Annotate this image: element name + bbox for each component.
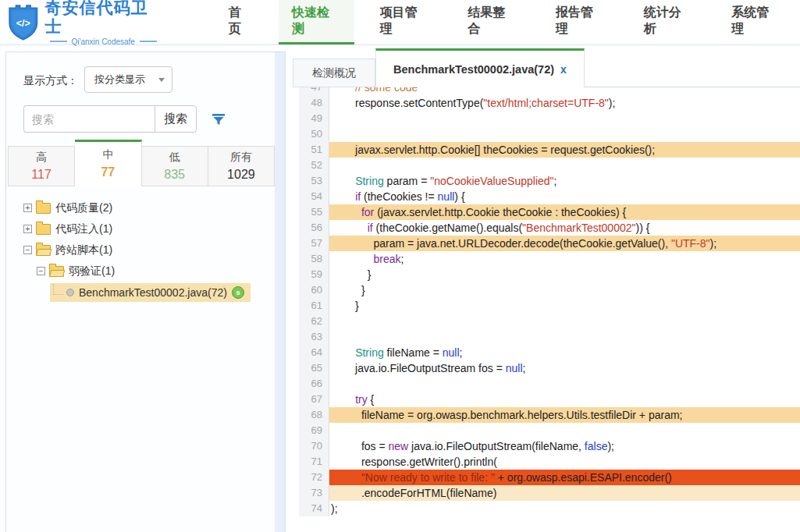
line-number: 52 bbox=[299, 158, 329, 173]
severity-tab-label: 高 bbox=[36, 151, 47, 165]
code-token: fos = bbox=[331, 440, 389, 452]
main-area: 检测概况BenchmarkTest00002.java(72)x 47 // s… bbox=[286, 45, 800, 532]
code-token: ); bbox=[609, 97, 616, 109]
code-line-49: 49 bbox=[299, 111, 800, 126]
code-text: if (theCookies != null) { bbox=[329, 189, 800, 204]
code-line-55[interactable]: 55 for (javax.servlet.http.Cookie theCoo… bbox=[299, 204, 800, 220]
line-number: 69 bbox=[299, 423, 329, 438]
code-token bbox=[331, 206, 361, 218]
doc-tab-overview[interactable]: 检测概况 bbox=[293, 59, 375, 87]
code-text: } bbox=[329, 282, 800, 298]
code-token: (theCookies != bbox=[361, 190, 437, 203]
tree-item-xss[interactable]: −跨站脚本(1) bbox=[6, 239, 275, 261]
code-token: ) { bbox=[454, 190, 464, 203]
code-line-71: 71 response.getWriter().println( bbox=[299, 454, 800, 470]
result-tree: +代码质量(2)+代码注入(1)−跨站脚本(1)−弱验证(1)Benchmark… bbox=[6, 197, 275, 532]
expand-icon[interactable]: + bbox=[23, 225, 32, 233]
search-row: 搜索 bbox=[23, 105, 226, 133]
code-text: "Now ready to write to file: " + org.owa… bbox=[329, 470, 800, 485]
search-input[interactable] bbox=[23, 105, 155, 133]
tree-item-weak-validation[interactable]: −弱验证(1) bbox=[6, 261, 275, 282]
code-token: null bbox=[443, 346, 460, 359]
code-token: String bbox=[355, 175, 384, 187]
code-line-47: 47 // some code bbox=[299, 87, 800, 95]
severity-tab-label: 中 bbox=[102, 148, 113, 162]
tree-item-benchmark-file[interactable]: BenchmarkTest00002.java(72)s bbox=[6, 282, 275, 303]
line-number: 61 bbox=[299, 298, 329, 314]
nav-item-quick-scan[interactable]: 快速检测 bbox=[279, 0, 354, 44]
caret-down-icon bbox=[158, 78, 165, 82]
line-number: 47 bbox=[299, 87, 329, 95]
tree-item-code-quality[interactable]: +代码质量(2) bbox=[6, 197, 275, 218]
display-mode-select[interactable]: 按分类显示 bbox=[84, 66, 172, 93]
severity-tab-low[interactable]: 低835 bbox=[142, 146, 208, 186]
code-token: "noCookieValueSupplied" bbox=[430, 175, 553, 187]
code-token: // some code bbox=[331, 87, 418, 94]
top-navbar: </> 奇安信代码卫士 Qi'anxin Codesafe 首页快速检测项目管理… bbox=[0, 0, 800, 45]
line-number: 71 bbox=[299, 454, 329, 470]
line-number: 72 bbox=[299, 470, 329, 485]
folder-icon bbox=[36, 245, 51, 256]
logo: </> 奇安信代码卫士 Qi'anxin Codesafe bbox=[0, 0, 164, 44]
code-token: ); bbox=[710, 237, 717, 250]
code-token: java.io.FileOutputStream(fileName, bbox=[408, 440, 585, 452]
code-line-72[interactable]: 72 "Now ready to write to file: " + org.… bbox=[299, 470, 800, 485]
line-number: 64 bbox=[299, 345, 329, 360]
code-shield-icon: </> bbox=[8, 5, 39, 41]
code-token: ; bbox=[554, 175, 557, 187]
code-token: (javax.servlet.http.Cookie theCookie : t… bbox=[374, 206, 626, 218]
code-token: "text/html;charset=UTF-8" bbox=[483, 97, 608, 109]
code-token: if bbox=[368, 222, 373, 234]
expand-icon[interactable]: + bbox=[23, 204, 32, 212]
severity-tab-all[interactable]: 所有1029 bbox=[208, 146, 275, 186]
code-token: param = bbox=[384, 175, 431, 187]
tree-item-label: 跨站脚本(1) bbox=[55, 243, 112, 257]
code-line-57[interactable]: 57 param = java.net.URLDecoder.decode(th… bbox=[299, 236, 800, 251]
code-token: } bbox=[331, 268, 371, 281]
severity-tab-count: 1029 bbox=[227, 168, 255, 182]
severity-tab-high[interactable]: 高117 bbox=[8, 146, 75, 186]
severity-tab-label: 低 bbox=[169, 151, 180, 165]
nav-item-home[interactable]: 首页 bbox=[215, 0, 266, 44]
file-bullet-icon bbox=[66, 289, 74, 296]
nav-item-system-management[interactable]: 系统管理 bbox=[718, 0, 794, 44]
code-line-51[interactable]: 51 javax.servlet.http.Cookie[] theCookie… bbox=[299, 142, 800, 158]
close-tab-icon[interactable]: x bbox=[560, 63, 567, 76]
code-line-73[interactable]: 73 .encodeForHTML(fileName) bbox=[299, 485, 800, 501]
code-text: java.io.FileOutputStream fos = null; bbox=[329, 360, 800, 376]
code-token: break bbox=[373, 253, 400, 265]
severity-tab-medium[interactable]: 中77 bbox=[75, 140, 141, 186]
logo-dash-right bbox=[140, 41, 157, 42]
code-text bbox=[329, 376, 800, 392]
code-line-66: 66 bbox=[299, 376, 800, 392]
logo-subtitle: Qi'anxin Codesafe bbox=[72, 37, 135, 46]
code-line-68[interactable]: 68 fileName = org.owasp.benchmark.helper… bbox=[299, 407, 800, 423]
collapse-icon[interactable]: − bbox=[23, 246, 32, 254]
code-token: ); bbox=[331, 502, 338, 515]
code-token: ; bbox=[523, 362, 526, 374]
tree-item-code-injection[interactable]: +代码注入(1) bbox=[6, 218, 275, 239]
sidebar-scrollbar[interactable] bbox=[275, 52, 285, 532]
code-text bbox=[329, 329, 800, 345]
collapse-icon[interactable]: − bbox=[37, 267, 45, 275]
code-token: null bbox=[438, 190, 455, 203]
code-line-54: 54 if (theCookies != null) { bbox=[299, 189, 800, 204]
severity-tab-count: 117 bbox=[31, 168, 52, 182]
tree-item-label: 代码注入(1) bbox=[55, 222, 112, 236]
display-mode-label: 显示方式： bbox=[23, 74, 78, 88]
code-token: new bbox=[389, 440, 409, 452]
code-line-64: 64 String fileName = null; bbox=[299, 345, 800, 360]
severity-tab-label: 所有 bbox=[230, 151, 252, 165]
line-number: 58 bbox=[299, 251, 329, 267]
tree-connector bbox=[53, 284, 64, 295]
logo-dash-left bbox=[50, 41, 67, 42]
code-text: } bbox=[329, 298, 800, 314]
nav-item-report-management[interactable]: 报告管理 bbox=[542, 0, 618, 44]
filter-funnel-icon[interactable] bbox=[211, 112, 226, 127]
nav-item-project-management[interactable]: 项目管理 bbox=[367, 0, 443, 44]
nav-item-statistics[interactable]: 统计分析 bbox=[631, 0, 706, 44]
search-button[interactable]: 搜索 bbox=[155, 105, 197, 133]
nav-item-result-integration[interactable]: 结果整合 bbox=[454, 0, 530, 44]
doc-tab-benchmark-file[interactable]: BenchmarkTest00002.java(72)x bbox=[375, 48, 585, 87]
code-token bbox=[331, 393, 355, 406]
